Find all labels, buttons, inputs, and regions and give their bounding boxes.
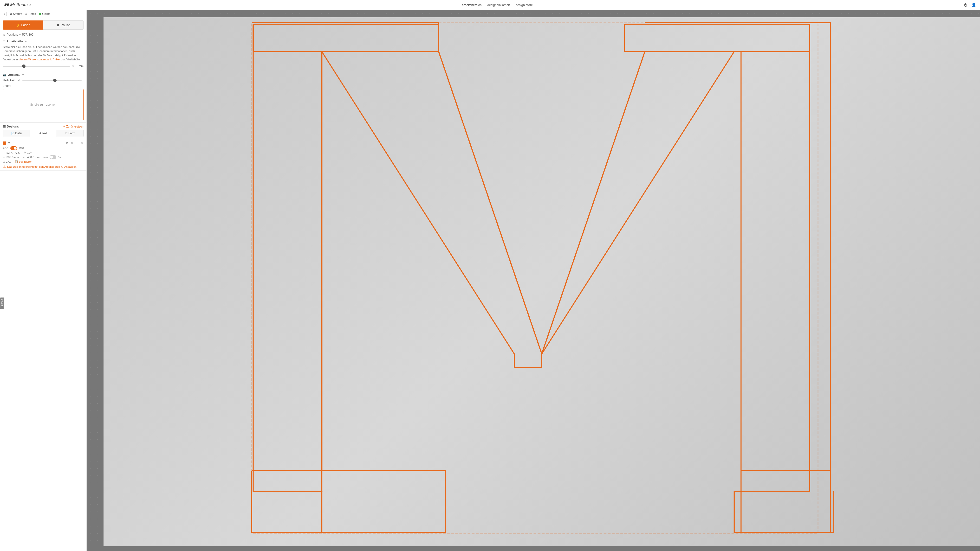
zoom-placeholder: Scrolle zum zoomen bbox=[30, 103, 56, 106]
grid-icon: ⊞ bbox=[3, 160, 5, 164]
abc-toggle[interactable] bbox=[10, 146, 17, 150]
user-icon[interactable]: 👤 bbox=[971, 3, 976, 7]
abc-label: ABC bbox=[3, 147, 8, 150]
nav-link-arbeitsbereich[interactable]: arbeitsbereich bbox=[462, 3, 482, 7]
percent-unit: % bbox=[58, 156, 60, 159]
canvas-area bbox=[87, 10, 980, 551]
position-row: ⊕ Position: ▾ 507, 390 bbox=[0, 32, 86, 38]
left-panel: x ⚙ Status: 🖨 Bereit Online ⚡ Laser ⏸ Pa… bbox=[0, 10, 87, 551]
duplicate-link[interactable]: duplizieren bbox=[19, 160, 32, 163]
mm-toggle[interactable] bbox=[49, 155, 56, 159]
prop-grid: ⊞ 1×1 bbox=[3, 160, 11, 164]
reset-label: Zurücksetzen bbox=[66, 125, 84, 128]
reset-icon: ⟳ bbox=[63, 125, 65, 128]
vorschau-section: 📷 Vorschau: ▾ Helligkeit: ☀ Zoom: Scroll… bbox=[0, 72, 86, 122]
arbeitshohe-unit: mm bbox=[79, 65, 84, 68]
bereit-status: 🖨 Bereit bbox=[25, 12, 36, 16]
prop-grid-value: 1×1 bbox=[6, 160, 11, 163]
arbeitshohe-link[interactable]: diesem Wissensdatenbank-Artikel bbox=[19, 58, 60, 61]
svg-rect-0 bbox=[253, 24, 439, 52]
prop-rotation: ↻ 0.0 ° bbox=[24, 151, 32, 154]
camera-icon: 📷 bbox=[3, 73, 6, 76]
bereit-icon: 🖨 bbox=[25, 12, 28, 16]
logo-star: ✱ bbox=[29, 3, 31, 6]
helligkeit-slider[interactable] bbox=[22, 80, 82, 81]
prop-duplicate: 📋 duplizieren bbox=[15, 160, 32, 164]
arbeitshohe-slider-row: 3 mm bbox=[3, 64, 84, 70]
vorschau-label: Vorschau: bbox=[8, 73, 21, 76]
arbeitshohe-slider[interactable] bbox=[3, 66, 70, 67]
close-button[interactable]: x bbox=[3, 12, 7, 16]
bereit-label: Bereit bbox=[29, 12, 36, 16]
tab-form[interactable]: ♡ Form bbox=[57, 130, 83, 137]
svg-rect-2 bbox=[252, 23, 818, 534]
zoom-box[interactable]: Scrolle zum zoomen bbox=[3, 89, 84, 120]
prop-height-value: 490.3 mm bbox=[27, 156, 40, 159]
position-arrow: ▾ bbox=[19, 33, 21, 37]
pause-button[interactable]: ⏸ Pause bbox=[43, 21, 84, 30]
warning-icon: ⚠ bbox=[3, 165, 6, 168]
online-label: Online bbox=[42, 12, 51, 16]
design-item-header: M ↺ ✏ + ✕ bbox=[3, 141, 84, 145]
design-canvas-svg bbox=[103, 17, 980, 546]
logo: 🕶 Mr Beam ✱ bbox=[4, 2, 31, 8]
tab-datei[interactable]: 📄 Datei bbox=[3, 130, 30, 137]
design-add-btn[interactable]: + bbox=[76, 141, 78, 145]
position-icon: ⊕ bbox=[3, 33, 5, 37]
arbeitshohe-header[interactable]: ☰ Arbeitshöhe: ▾ bbox=[3, 38, 84, 44]
design-name: M bbox=[8, 141, 65, 145]
nav-links: arbeitsbereich designbibliothek design-s… bbox=[462, 3, 533, 7]
support-tab[interactable]: Support bbox=[0, 297, 4, 309]
vorschau-header[interactable]: 📷 Vorschau: ▾ bbox=[3, 72, 84, 78]
designs-label: Designs bbox=[7, 125, 19, 128]
position-prop-icon: ↔ bbox=[3, 151, 6, 154]
power-icon[interactable]: ⏻ bbox=[964, 3, 967, 7]
design-edit-btn[interactable]: ✏ bbox=[70, 141, 74, 145]
design-color-indicator bbox=[3, 141, 6, 145]
laser-button[interactable]: ⚡ Laser bbox=[3, 21, 43, 30]
logo-text: Mr Beam bbox=[10, 2, 28, 8]
arbeitshohe-info: Stelle hier die Höhe ein, auf der gelase… bbox=[3, 44, 84, 64]
design-actions: ↺ ✏ + ✕ bbox=[65, 141, 84, 145]
oba-label: ØBA bbox=[19, 147, 25, 150]
status-text: Status: bbox=[13, 12, 22, 16]
design-tabs: 📄 Datei A Text ♡ Form bbox=[3, 130, 84, 137]
design-item: M ↺ ✏ + ✕ ABC ØBA ↔ 52.7, -77.6 bbox=[0, 139, 86, 171]
prop-position: ↔ 52.7, -77.6 bbox=[3, 151, 20, 154]
laser-pause-buttons: ⚡ Laser ⏸ Pause bbox=[3, 21, 84, 30]
sun-dim-icon: ☀ bbox=[18, 78, 21, 82]
design-grid-row: ⊞ 1×1 📋 duplizieren bbox=[3, 160, 84, 164]
canvas-work-area[interactable] bbox=[103, 17, 980, 546]
nav-link-designbibliothek[interactable]: designbibliothek bbox=[487, 3, 510, 7]
status-bar: x ⚙ Status: 🖨 Bereit Online bbox=[0, 10, 86, 18]
infinity-icon: ∞ bbox=[22, 156, 25, 159]
arbeitshohe-value: 3 bbox=[72, 65, 77, 68]
prop-mm-label: mm % bbox=[43, 155, 60, 159]
tab-text[interactable]: A Text bbox=[30, 130, 57, 137]
main-layout: x ⚙ Status: 🖨 Bereit Online ⚡ Laser ⏸ Pa… bbox=[0, 10, 980, 551]
design-reset-btn[interactable]: ↺ bbox=[65, 141, 69, 145]
arbeitshohe-icon: ☰ bbox=[3, 40, 6, 43]
prop-rotation-value: 0.0 ° bbox=[27, 151, 32, 154]
nav-link-designstore[interactable]: design-store bbox=[515, 3, 533, 7]
prop-position-value: 52.7, -77.6 bbox=[6, 151, 20, 154]
position-value: 507, 390 bbox=[22, 33, 33, 37]
logo-icon: 🕶 bbox=[4, 2, 9, 8]
anpassen-link[interactable]: Anpassen bbox=[64, 165, 76, 168]
reset-button[interactable]: ⟳ Zurücksetzen bbox=[63, 125, 84, 128]
helligkeit-label: Helligkeit: bbox=[3, 79, 15, 82]
prop-height-divider: | bbox=[25, 156, 26, 159]
design-properties: ↔ 52.7, -77.6 ↻ 0.0 ° bbox=[3, 151, 84, 154]
design-delete-btn[interactable]: ✕ bbox=[80, 141, 84, 145]
top-navigation: 🕶 Mr Beam ✱ arbeitsbereich designbibliot… bbox=[0, 0, 980, 10]
rotation-prop-icon: ↻ bbox=[24, 151, 26, 154]
warning-text: Das Design überschreitet den Arbeitsbere… bbox=[7, 165, 63, 168]
position-label: Position: bbox=[7, 33, 18, 37]
designs-icon: ☰ bbox=[3, 125, 6, 128]
nav-icons: ⏻ 👤 bbox=[964, 3, 976, 7]
duplicate-icon: 📋 bbox=[15, 160, 18, 164]
designs-header: ☰ Designs ⟳ Zurücksetzen bbox=[0, 122, 86, 130]
width-icon: ↔ bbox=[3, 156, 6, 159]
prop-height-label: ∞ | 490.3 mm bbox=[22, 155, 40, 159]
arbeitshohe-label: Arbeitshöhe: bbox=[6, 40, 24, 43]
